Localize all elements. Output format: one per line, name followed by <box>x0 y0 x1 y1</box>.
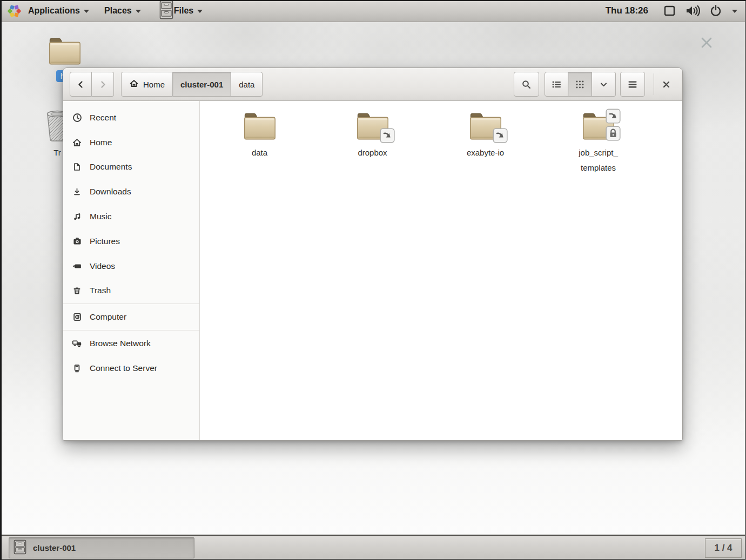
sidebar: Recent Home Documents Downloads Music Pi… <box>63 101 200 440</box>
caret-down-icon <box>84 10 89 13</box>
clock[interactable]: Thu 18:26 <box>606 5 648 16</box>
folder-icon <box>243 132 277 141</box>
back-button[interactable] <box>70 72 92 97</box>
workspace-indicator[interactable]: 1 / 4 <box>705 538 742 558</box>
sidebar-item-trash[interactable]: Trash <box>63 279 199 303</box>
music-icon <box>72 212 82 222</box>
menu-applications-label: Applications <box>28 6 80 16</box>
sidebar-item-downloads[interactable]: Downloads <box>63 179 199 204</box>
desktop-trash-label: Tr <box>53 148 61 157</box>
sidebar-item-recent[interactable]: Recent <box>63 105 199 130</box>
file-item-dropbox[interactable]: dropbox <box>316 112 429 160</box>
file-cabinet-icon <box>159 0 173 22</box>
sidebar-item-browse-network[interactable]: Browse Network <box>63 331 199 356</box>
search-button[interactable] <box>514 72 539 97</box>
file-label: exabyte-io <box>429 145 542 160</box>
sidebar-item-computer[interactable]: Computer <box>63 305 199 329</box>
sidebar-item-home[interactable]: Home <box>63 130 199 155</box>
headerbar-separator <box>654 73 654 95</box>
caret-down-icon <box>136 10 141 13</box>
file-cabinet-icon <box>14 539 26 557</box>
pathbar-home-label: Home <box>143 80 165 89</box>
caret-down-icon[interactable] <box>732 10 737 13</box>
trash-icon <box>72 286 82 296</box>
sidebar-item-documents[interactable]: Documents <box>63 155 199 180</box>
emblem-symlink-icon <box>380 128 395 145</box>
file-grid: data dropbox exabyte-io job_script_ temp… <box>200 101 682 440</box>
sidebar-item-videos[interactable]: Videos <box>63 254 199 279</box>
menu-places-label: Places <box>104 6 132 16</box>
pathbar-home[interactable]: Home <box>121 72 173 97</box>
file-label: dropbox <box>316 145 429 160</box>
files-window: Home cluster-001 data Recent Home <box>63 68 683 441</box>
pathbar-data[interactable]: data <box>231 72 263 97</box>
power-icon[interactable] <box>709 4 722 17</box>
emblem-lock-icon <box>606 126 621 143</box>
menu-files-label: Files <box>174 6 193 16</box>
recent-icon <box>72 112 82 123</box>
hamburger-menu-button[interactable] <box>620 72 645 97</box>
file-item-data[interactable]: data <box>203 112 316 160</box>
file-label: data <box>203 145 316 160</box>
window-close-button[interactable] <box>658 77 674 92</box>
pathbar-data-label: data <box>239 80 254 89</box>
grid-view-button[interactable] <box>568 72 592 97</box>
sidebar-separator <box>63 330 199 330</box>
forward-button[interactable] <box>92 72 114 97</box>
pathbar-cluster-label: cluster-001 <box>180 80 223 89</box>
close-x-icon <box>698 35 715 53</box>
file-label: job_script_ templates <box>542 145 655 176</box>
pathbar: Home cluster-001 data <box>121 72 263 97</box>
distro-pinwheel-icon <box>8 4 21 17</box>
headerbar: Home cluster-001 data <box>63 68 682 101</box>
home-icon <box>129 79 139 90</box>
screen-icon[interactable] <box>663 5 676 17</box>
view-options-button[interactable] <box>592 72 616 97</box>
nav-buttons <box>70 72 114 97</box>
top-panel: Applications Places Files Thu 18:26 <box>0 0 746 22</box>
home-icon <box>72 137 82 147</box>
view-toggle-group <box>545 72 616 97</box>
file-item-exabyte-io[interactable]: exabyte-io <box>429 112 542 160</box>
sidebar-separator <box>63 303 199 304</box>
emblem-symlink-icon <box>493 128 508 145</box>
sidebar-item-pictures[interactable]: Pictures <box>63 229 199 254</box>
server-icon <box>72 363 82 373</box>
taskbar-window-label: cluster-001 <box>33 543 76 552</box>
volume-icon[interactable] <box>684 4 701 17</box>
list-view-button[interactable] <box>545 72 568 97</box>
downloads-icon <box>72 187 82 197</box>
documents-icon <box>72 162 82 172</box>
menu-applications[interactable]: Applications <box>21 0 97 22</box>
caret-down-icon <box>197 10 203 13</box>
pathbar-cluster-001[interactable]: cluster-001 <box>173 72 231 97</box>
bottom-taskbar: cluster-001 1 / 4 <box>0 535 746 560</box>
videos-icon <box>72 261 82 271</box>
menu-places[interactable]: Places <box>97 0 149 22</box>
computer-icon <box>72 312 82 322</box>
pictures-icon <box>72 236 82 246</box>
sidebar-item-connect-to-server[interactable]: Connect to Server <box>63 356 199 381</box>
menu-files[interactable]: Files <box>149 0 210 22</box>
network-icon <box>72 339 82 349</box>
file-item-job_script_templates[interactable]: job_script_ templates <box>542 112 655 176</box>
emblem-symlink-icon <box>606 109 621 126</box>
home-folder-icon <box>48 57 82 66</box>
sidebar-item-music[interactable]: Music <box>63 204 199 229</box>
taskbar-window-cluster-001[interactable]: cluster-001 <box>9 537 194 558</box>
